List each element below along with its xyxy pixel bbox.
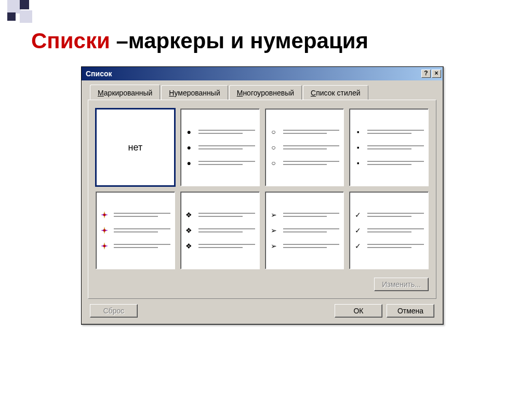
preview-row: ▪	[354, 159, 424, 167]
preview-row: ▪	[354, 143, 424, 152]
preview-row: ➢	[270, 226, 340, 235]
slide-title: Списки –маркеры и нумерация	[31, 29, 368, 53]
preview-row: ➢	[270, 242, 340, 250]
slide-title-red: Списки	[31, 29, 110, 53]
fourcolor-star-icon	[100, 211, 109, 219]
preview-row: ✓	[354, 226, 424, 235]
svg-point-2	[103, 214, 105, 216]
bullet-option-arrowhead[interactable]: ➢ ➢ ➢	[265, 191, 344, 269]
none-label: нет	[128, 142, 143, 153]
dialog-body: Маркированный Нумерованный Многоуровневы…	[82, 80, 443, 324]
arrowhead-icon: ➢	[270, 242, 278, 250]
check-icon: ✓	[354, 242, 362, 250]
bottom-button-row: Сброс ОК Отмена	[88, 304, 436, 318]
fourcolor-star-icon	[100, 226, 109, 235]
preview-row	[100, 226, 170, 235]
preview-row: ❖	[185, 226, 255, 235]
bullet-option-diamond[interactable]: ❖ ❖ ❖	[180, 191, 260, 269]
bullet-option-check[interactable]: ✓ ✓ ✓	[349, 191, 429, 269]
slide-title-rest: –маркеры и нумерация	[110, 29, 368, 53]
arrowhead-icon: ➢	[270, 226, 278, 235]
preview-row: ❖	[185, 242, 255, 250]
fourcolor-star-icon	[100, 242, 109, 250]
preview-row: ○	[270, 143, 340, 152]
bullet-options-grid: нет ● ● ● ○ ○ ○ ▪ ▪ ▪	[96, 108, 429, 269]
close-button[interactable]: ×	[432, 70, 441, 78]
tab-styles[interactable]: Список стилей	[303, 85, 368, 100]
dialog-title: Список	[86, 70, 420, 78]
preview-row: ○	[270, 128, 340, 136]
reset-button[interactable]: Сброс	[90, 304, 138, 318]
titlebar: Список ? ×	[82, 67, 443, 80]
diamond-icon: ❖	[185, 226, 193, 235]
preview-row: ✓	[354, 211, 424, 219]
preview-row	[100, 211, 170, 219]
modify-row: Изменить...	[96, 278, 429, 291]
circle-icon: ○	[270, 128, 278, 136]
tab-numbered[interactable]: Нумерованный	[161, 85, 228, 100]
bullet-option-square[interactable]: ▪ ▪ ▪	[349, 108, 429, 186]
check-icon: ✓	[354, 226, 362, 235]
square-icon: ▪	[354, 159, 362, 167]
tab-strip: Маркированный Нумерованный Многоуровневы…	[88, 85, 436, 100]
check-icon: ✓	[354, 211, 362, 219]
circle-icon: ○	[270, 159, 278, 167]
bullet-option-fourcolor-star[interactable]	[96, 191, 175, 269]
modify-button[interactable]: Изменить...	[374, 278, 429, 291]
square-icon: ▪	[354, 128, 362, 136]
preview-row	[100, 242, 170, 250]
bullet-option-none[interactable]: нет	[96, 108, 175, 186]
preview-row: ✓	[354, 242, 424, 250]
svg-point-8	[103, 245, 105, 247]
tab-multilevel[interactable]: Многоуровневый	[229, 85, 302, 100]
disc-icon: ●	[185, 143, 193, 152]
preview-row: ●	[185, 159, 255, 167]
preview-row: ▪	[354, 128, 424, 136]
disc-icon: ●	[185, 128, 193, 136]
help-button[interactable]: ?	[421, 70, 431, 78]
circle-icon: ○	[270, 143, 278, 152]
svg-point-5	[103, 229, 105, 231]
preview-row: ➢	[270, 211, 340, 219]
preview-row: ●	[185, 143, 255, 152]
ok-button[interactable]: ОК	[335, 304, 382, 318]
preview-row: ●	[185, 128, 255, 136]
arrowhead-icon: ➢	[270, 211, 278, 219]
slide-decoration	[0, 0, 47, 25]
preview-row: ○	[270, 159, 340, 167]
diamond-icon: ❖	[185, 211, 193, 219]
bullet-option-circle[interactable]: ○ ○ ○	[265, 108, 344, 186]
tab-panel-bulleted: нет ● ● ● ○ ○ ○ ▪ ▪ ▪	[88, 100, 436, 299]
diamond-icon: ❖	[185, 242, 193, 250]
preview-row: ❖	[185, 211, 255, 219]
tab-bulleted[interactable]: Маркированный	[90, 85, 160, 100]
cancel-button[interactable]: Отмена	[387, 304, 434, 318]
disc-icon: ●	[185, 159, 193, 167]
square-icon: ▪	[354, 143, 362, 152]
bullet-option-disc[interactable]: ● ● ●	[180, 108, 260, 186]
list-dialog: Список ? × Маркированный Нумерованный Мн…	[81, 66, 444, 325]
